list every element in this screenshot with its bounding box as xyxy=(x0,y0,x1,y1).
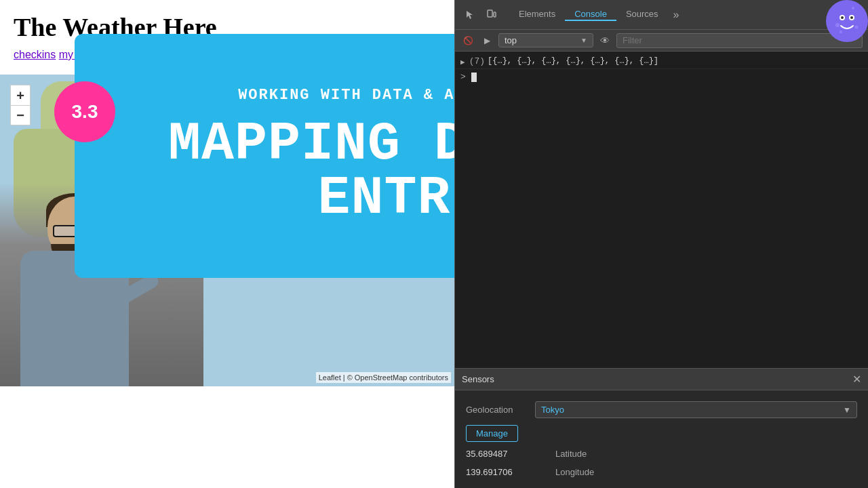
checkins-link[interactable]: checkins xyxy=(14,49,56,60)
latitude-label: Latitude xyxy=(555,449,587,459)
console-cursor[interactable] xyxy=(471,72,477,82)
devtools-toolbar: Elements Console Sources » ⋮ xyxy=(455,0,868,30)
device-toolbar-button[interactable] xyxy=(482,5,501,24)
devtools-panel: Elements Console Sources » ⋮ xyxy=(454,0,868,488)
sensors-header: Sensors ✕ xyxy=(455,369,868,390)
svg-rect-0 xyxy=(488,10,492,17)
inspect-element-button[interactable] xyxy=(460,5,479,24)
sensors-title: Sensors xyxy=(462,374,494,384)
console-filter-input[interactable] xyxy=(616,33,863,48)
devtools-tabs: Elements Console Sources » xyxy=(504,9,837,21)
console-output: ▶ (7) [{…}, {…}, {…}, {…}, {…}, {…}, {…}… xyxy=(455,52,868,368)
svg-point-2 xyxy=(828,2,866,40)
svg-point-8 xyxy=(855,26,859,29)
more-tabs-button[interactable]: » xyxy=(668,9,685,21)
console-prompt: > xyxy=(455,69,868,85)
geolocation-label: Geolocation xyxy=(466,405,527,415)
expand-arrow[interactable]: ▶ xyxy=(460,58,465,66)
console-toolbar: 🚫 ▶ top ▼ 👁 xyxy=(455,30,868,52)
svg-point-9 xyxy=(840,30,842,33)
svg-rect-1 xyxy=(494,12,496,17)
tab-sources[interactable]: Sources xyxy=(616,9,668,21)
overlay-subtitle: Working with Data & APIs in JavaScript xyxy=(238,87,454,104)
overlay-title: MAPPING DATABASEENTRIES xyxy=(168,117,454,226)
map-attribution: Leaflet | © OpenStreetMap contributors xyxy=(316,372,451,383)
sensors-content: Geolocation Tokyo ▼ Manage 35.689487 Lat… xyxy=(455,390,868,488)
avatar xyxy=(826,0,868,42)
tab-elements[interactable]: Elements xyxy=(509,9,565,21)
map-controls: + − xyxy=(10,85,31,125)
svg-point-5 xyxy=(841,16,844,19)
console-filter-button[interactable]: ▶ xyxy=(479,33,494,48)
sensors-panel: Sensors ✕ Geolocation Tokyo ▼ Manage 35.… xyxy=(455,368,868,488)
tab-console[interactable]: Console xyxy=(565,9,616,21)
latitude-row: 35.689487 Latitude xyxy=(455,445,868,463)
version-badge: 3.3 xyxy=(54,81,115,142)
svg-point-7 xyxy=(835,23,840,27)
geolocation-dropdown-arrow: ▼ xyxy=(843,405,851,415)
console-line: ▶ (7) [{…}, {…}, {…}, {…}, {…}, {…}, {…}… xyxy=(455,54,868,69)
context-dropdown-arrow: ▼ xyxy=(580,37,587,44)
sensors-close-button[interactable]: ✕ xyxy=(852,373,861,386)
geolocation-row: Geolocation Tokyo ▼ xyxy=(455,397,868,422)
geolocation-selector[interactable]: Tokyo ▼ xyxy=(535,401,857,418)
result-count: (7) xyxy=(469,56,485,66)
console-eye-button[interactable]: 👁 xyxy=(597,33,612,48)
clear-console-button[interactable]: 🚫 xyxy=(460,33,475,48)
svg-point-6 xyxy=(850,16,853,19)
console-context-selector[interactable]: top ▼ xyxy=(498,33,593,47)
zoom-out-button[interactable]: − xyxy=(10,105,31,125)
browser-content: The Weather Here checkins my checkins + … xyxy=(0,0,454,488)
console-result: [{…}, {…}, {…}, {…}, {…}, {…}, {…}] xyxy=(488,56,658,66)
longitude-row: 139.691706 Longitude xyxy=(455,463,868,481)
longitude-label: Longitude xyxy=(555,467,594,477)
prompt-chevron: > xyxy=(460,72,466,82)
geolocation-value: Tokyo xyxy=(541,405,564,415)
zoom-in-button[interactable]: + xyxy=(10,85,31,105)
svg-point-10 xyxy=(852,7,854,9)
overlay-card: Working with Data & APIs in JavaScript M… xyxy=(75,34,454,278)
longitude-value: 139.691706 xyxy=(466,467,547,477)
manage-button[interactable]: Manage xyxy=(466,425,518,442)
latitude-value: 35.689487 xyxy=(466,449,547,459)
